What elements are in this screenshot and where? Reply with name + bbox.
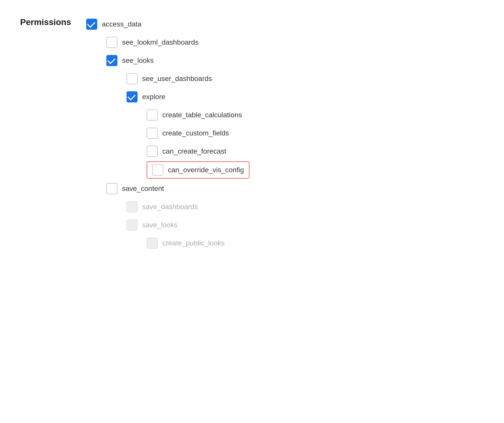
permission-row-see_lookml_dashboards: see_lookml_dashboards (106, 33, 249, 51)
label-save_content: save_content (122, 185, 164, 193)
checkbox-explore[interactable] (127, 91, 138, 102)
label-save_dashboards: save_dashboards (142, 203, 198, 211)
checkbox-can_create_forecast[interactable] (147, 146, 158, 157)
permission-row-access_data: access_data (86, 15, 249, 33)
checkbox-see_looks[interactable] (106, 55, 117, 66)
label-see_user_dashboards: see_user_dashboards (142, 75, 212, 83)
label-create_public_looks: create_public_looks (162, 239, 225, 247)
permission-row-create_public_looks: create_public_looks (147, 234, 249, 252)
label-save_looks: save_looks (142, 221, 177, 229)
permission-row-save_dashboards: save_dashboards (127, 198, 249, 216)
permissions-list: access_datasee_lookml_dashboardssee_look… (86, 15, 249, 252)
label-see_looks: see_looks (122, 57, 154, 65)
permissions-label: Permissions (20, 15, 71, 27)
label-can_override_vis_config: can_override_vis_config (168, 166, 244, 174)
checkbox-save_dashboards (127, 201, 138, 212)
permission-row-create_table_calculations: create_table_calculations (147, 106, 249, 124)
permission-row-see_looks: see_looks (106, 51, 249, 70)
label-create_table_calculations: create_table_calculations (162, 111, 242, 119)
checkbox-save_content[interactable] (106, 183, 117, 194)
permissions-section: Permissions access_datasee_lookml_dashbo… (20, 15, 484, 252)
label-see_lookml_dashboards: see_lookml_dashboards (122, 38, 199, 46)
label-access_data: access_data (102, 20, 141, 28)
permission-row-see_user_dashboards: see_user_dashboards (127, 70, 249, 88)
checkbox-see_user_dashboards[interactable] (127, 73, 138, 84)
permission-row-save_looks: save_looks (127, 216, 249, 234)
permission-row-create_custom_fields: create_custom_fields (147, 124, 249, 142)
label-explore: explore (142, 93, 165, 101)
checkbox-create_public_looks (147, 238, 158, 249)
checkbox-create_table_calculations[interactable] (147, 109, 158, 121)
checkbox-access_data[interactable] (86, 19, 97, 30)
checkbox-create_custom_fields[interactable] (147, 128, 158, 139)
permission-row-explore: explore (127, 88, 249, 106)
permission-row-can_create_forecast: can_create_forecast (147, 142, 249, 160)
checkbox-can_override_vis_config[interactable] (152, 164, 163, 176)
checkbox-see_lookml_dashboards[interactable] (106, 37, 117, 48)
label-create_custom_fields: create_custom_fields (162, 129, 229, 137)
checkbox-save_looks (127, 219, 138, 231)
label-can_create_forecast: can_create_forecast (162, 147, 226, 155)
permission-row-save_content: save_content (106, 180, 249, 198)
permission-row-can_override_vis_config: can_override_vis_config (147, 161, 249, 179)
